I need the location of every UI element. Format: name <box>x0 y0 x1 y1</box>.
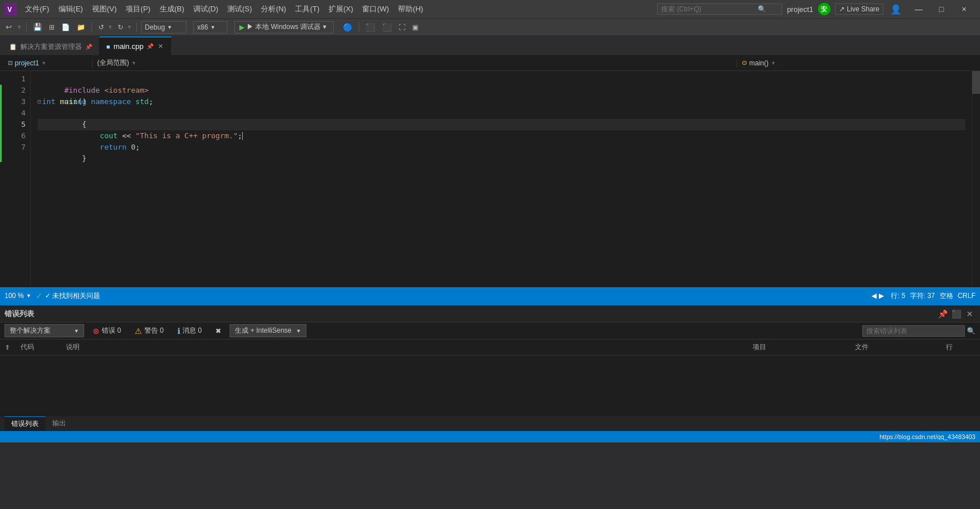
scope-label: 整个解决方案 <box>10 326 51 336</box>
toolbar-extra4[interactable]: ▣ <box>410 22 421 32</box>
account-icon[interactable]: 👤 <box>887 3 905 16</box>
dropdown-arrow-back[interactable]: ▼ <box>16 24 22 30</box>
menu-window[interactable]: 窗口(W) <box>358 3 393 15</box>
menu-analyze[interactable]: 分析(N) <box>256 3 290 15</box>
save-icon[interactable]: 💾 <box>31 22 44 32</box>
live-share-label: Live Share <box>847 5 879 13</box>
build-filter-dropdown[interactable]: 生成 + IntelliSense ▼ <box>230 324 306 337</box>
panel-close-button[interactable]: ✕ <box>964 308 975 320</box>
status-ok-indicator: ✓ ✓ 未找到相关问题 <box>36 291 100 301</box>
zoom-control[interactable]: 100 % ▼ <box>5 292 31 300</box>
tab-pin-solution[interactable]: 📌 <box>85 44 92 50</box>
build-filter-label: 生成 + IntelliSense <box>235 326 292 336</box>
breadcrumb-func[interactable]: ⊙ main() ▼ <box>737 59 975 67</box>
line-num-2: 2 <box>2 85 30 96</box>
open-folder-icon[interactable]: 📁 <box>74 22 88 32</box>
clear-filter-btn[interactable]: ✖ <box>210 325 226 337</box>
panel-controls: 📌 ⬛ ✕ <box>937 308 975 320</box>
toolbar-sep-2 <box>92 22 92 32</box>
code-editor[interactable]: #include <iostream> using namespace std;… <box>31 71 972 287</box>
info-filter-btn[interactable]: ℹ 消息 0 <box>172 324 207 337</box>
toolbar-extra3[interactable]: ⛶ <box>396 22 408 32</box>
breadcrumb-scope[interactable]: (全局范围) ▼ <box>92 58 737 68</box>
error-panel: 错误列表 📌 ⬛ ✕ 整个解决方案 ▼ ⊗ 错误 0 ⚠ 警告 0 ℹ 消息 0… <box>0 304 980 415</box>
collapse-indicator[interactable]: ⊟ <box>38 96 41 107</box>
col-code[interactable]: 代码 <box>16 342 61 352</box>
config-dropdown[interactable]: Debug ▼ <box>141 21 186 34</box>
editor-scrollbar[interactable] <box>972 71 980 287</box>
warning-filter-btn[interactable]: ⚠ 警告 0 <box>130 324 169 337</box>
error-search-icon[interactable]: 🔍 <box>967 327 975 335</box>
run-label: ▶ 本地 Windows 调试器 ▾ <box>247 22 326 32</box>
search-input[interactable] <box>661 5 758 13</box>
scroll-right-indicator[interactable]: ▶ <box>879 292 884 300</box>
nav-back-icon[interactable]: ↩ <box>3 22 14 32</box>
build-filter-arrow: ▼ <box>296 328 301 334</box>
col-project[interactable]: 项目 <box>748 342 850 352</box>
menu-test[interactable]: 测试(S) <box>223 3 256 15</box>
code-line-3: ⊟ int main() <box>38 96 965 107</box>
panel-float-button[interactable]: ⬛ <box>950 308 962 320</box>
col-description[interactable]: 说明 <box>61 342 748 352</box>
redo-icon[interactable]: ↻ <box>115 22 126 32</box>
info-count-label: 消息 0 <box>182 326 202 336</box>
scope-dropdown[interactable]: 整个解决方案 ▼ <box>5 324 84 337</box>
tab-main-cpp[interactable]: ■ main.cpp 📌 ✕ <box>99 36 171 55</box>
cpp-file-icon: ■ <box>106 43 110 50</box>
undo-icon[interactable]: ↺ <box>96 22 106 32</box>
minimize-button[interactable]: — <box>907 1 930 17</box>
window-controls: — □ × <box>907 1 975 17</box>
menu-extensions[interactable]: 扩展(X) <box>324 3 358 15</box>
tab-output[interactable]: 输出 <box>45 416 73 431</box>
close-button[interactable]: × <box>953 1 975 17</box>
toolbar-extra1[interactable]: ⬛ <box>363 22 377 33</box>
search-box[interactable]: 🔍 <box>657 3 782 15</box>
run-button[interactable]: ▶ ▶ 本地 Windows 调试器 ▾ <box>234 21 334 34</box>
tab-solution-explorer[interactable]: 📋 解决方案资源管理器 📌 <box>2 38 99 55</box>
col-line[interactable]: 行 <box>941 342 975 352</box>
col-file[interactable]: 文件 <box>850 342 941 352</box>
tab-label-main-cpp: main.cpp <box>114 42 144 51</box>
scroll-handle[interactable] <box>972 71 980 94</box>
panel-pin-button[interactable]: 📌 <box>937 308 948 320</box>
menu-file[interactable]: 文件(F) <box>20 3 54 15</box>
menu-build[interactable]: 生成(B) <box>155 3 189 15</box>
error-columns: ⬆ 代码 说明 项目 文件 行 <box>0 340 980 355</box>
error-icon: ⊗ <box>93 326 99 336</box>
undo-dropdown[interactable]: ▼ <box>107 24 113 30</box>
toolbar-breakpoint-icon[interactable]: 🔵 <box>340 22 355 33</box>
menu-bar: 文件(F) 编辑(E) 视图(V) 项目(P) 生成(B) 调试(D) 测试(S… <box>20 3 657 15</box>
error-search-input[interactable] <box>862 325 965 337</box>
toolbar-extra2[interactable]: ⬛ <box>380 22 394 33</box>
menu-tools[interactable]: 工具(T) <box>290 3 324 15</box>
menu-project[interactable]: 项目(P) <box>121 3 155 15</box>
error-filter-btn[interactable]: ⊗ 错误 0 <box>88 324 126 337</box>
error-search-box[interactable]: 🔍 <box>862 325 975 337</box>
url-text: https://blog.csdn.net/qq_43483403 <box>879 433 975 440</box>
menu-view[interactable]: 视图(V) <box>88 3 121 15</box>
tab-pin-main[interactable]: 📌 <box>147 43 153 49</box>
menu-help[interactable]: 帮助(H) <box>393 3 427 15</box>
error-toolbar: 整个解决方案 ▼ ⊗ 错误 0 ⚠ 警告 0 ℹ 消息 0 ✖ 生成 + Int… <box>0 322 980 340</box>
redo-dropdown[interactable]: ▼ <box>127 24 132 30</box>
breadcrumb-project[interactable]: ⊡ project1 ▼ <box>5 59 90 67</box>
tab-error-list[interactable]: 错误列表 <box>5 416 45 431</box>
platform-dropdown-arrow: ▼ <box>210 24 215 30</box>
code-line-1: #include <iostream> <box>38 73 965 85</box>
tab-bar: 📋 解决方案资源管理器 📌 ■ main.cpp 📌 ✕ <box>0 35 980 55</box>
line-numbers: 1 2 3 4 5 6 7 <box>2 71 31 287</box>
platform-dropdown[interactable]: x86 ▼ <box>193 21 227 34</box>
maximize-button[interactable]: □ <box>930 1 953 17</box>
breadcrumb-scope-label: (全局范围) <box>97 58 129 68</box>
scroll-left-indicator[interactable]: ◀ <box>871 292 877 300</box>
error-count-label: 错误 0 <box>102 326 121 336</box>
live-share-button[interactable]: ↗ Live Share <box>835 3 883 15</box>
menu-edit[interactable]: 编辑(E) <box>54 3 88 15</box>
vs-logo: V <box>5 3 17 15</box>
project-name-label: project1 <box>787 5 813 14</box>
new-file-icon[interactable]: 📄 <box>59 22 72 32</box>
tab-close-main[interactable]: ✕ <box>157 42 164 51</box>
menu-debug[interactable]: 调试(D) <box>189 3 223 15</box>
save-all-icon[interactable]: ⊞ <box>47 22 57 32</box>
line-num-6: 6 <box>2 130 30 142</box>
